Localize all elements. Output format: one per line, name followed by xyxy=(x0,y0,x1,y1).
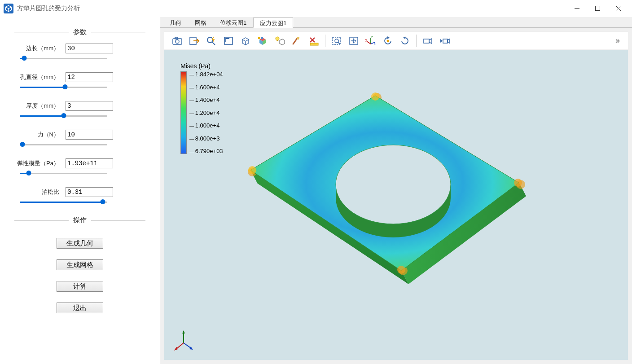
camera-rewind-icon[interactable] xyxy=(437,34,452,48)
param-label: 孔直径（mm） xyxy=(14,73,59,81)
viewport-toolbar: zyx» xyxy=(164,32,628,50)
svg-text:x: x xyxy=(374,42,376,45)
param-row: 力（N） xyxy=(14,130,145,148)
sidebar: 参数 边长（mm）孔直径（mm）厚度（mm）力（N）弹性模量（Pa）泊松比 操作… xyxy=(0,17,160,364)
param-row: 边长（mm） xyxy=(14,44,145,61)
box3d-icon[interactable] xyxy=(238,34,253,48)
param-input[interactable] xyxy=(66,187,113,197)
action-button[interactable]: 生成几何 xyxy=(57,238,103,249)
svg-point-17 xyxy=(335,39,338,43)
params-header: 参数 xyxy=(14,28,145,36)
rotate-right-icon[interactable] xyxy=(397,34,413,48)
svg-point-48 xyxy=(514,179,522,187)
window-title: 方垫片圆孔的受力分析 xyxy=(17,4,80,13)
svg-line-21 xyxy=(367,41,371,44)
action-button[interactable]: 生成网格 xyxy=(57,259,103,270)
param-input[interactable] xyxy=(66,130,113,140)
svg-rect-29 xyxy=(424,39,429,43)
tab[interactable]: 几何 xyxy=(163,17,188,27)
param-input[interactable] xyxy=(66,101,113,111)
param-slider[interactable] xyxy=(20,141,107,148)
legend-colorbar xyxy=(180,71,187,154)
param-label: 弹性模量（Pa） xyxy=(14,159,59,167)
brush-icon[interactable] xyxy=(289,34,304,48)
legend-tick: 1.842e+04 xyxy=(189,71,223,77)
param-row: 泊松比 xyxy=(14,187,145,205)
tab[interactable]: 位移云图1 xyxy=(213,17,253,27)
toolbar-more-icon[interactable]: » xyxy=(615,36,623,45)
svg-rect-14 xyxy=(277,40,278,41)
expand-arrows-icon[interactable] xyxy=(346,34,361,48)
svg-line-18 xyxy=(338,42,340,44)
canvas-wrap: zyx» Mises (Pa) 1.842e+041.600e+41.400e+… xyxy=(164,31,628,360)
x-ruler-icon[interactable] xyxy=(306,34,321,48)
svg-text:y: y xyxy=(365,38,367,42)
camera-side-icon[interactable] xyxy=(420,34,435,48)
action-button[interactable]: 退出 xyxy=(57,303,103,313)
param-slider[interactable] xyxy=(20,199,107,205)
svg-marker-53 xyxy=(174,347,178,351)
legend-title: Mises (Pa) xyxy=(180,62,223,70)
marquee-zoom-icon[interactable] xyxy=(329,34,344,48)
param-slider[interactable] xyxy=(20,55,107,61)
param-slider[interactable] xyxy=(20,84,107,90)
legend-tick: 1.200e+4 xyxy=(189,110,223,116)
titlebar: 方垫片圆孔的受力分析 xyxy=(0,0,632,17)
svg-rect-11 xyxy=(258,37,260,39)
legend-tick: 1.400e+4 xyxy=(189,97,223,103)
main-area: 几何网格位移云图1应力云图1 zyx» Mises (Pa) 1.842e+04… xyxy=(160,17,632,364)
toolbar-separator xyxy=(325,35,325,47)
legend: Mises (Pa) 1.842e+041.600e+41.400e+41.20… xyxy=(180,62,223,154)
camera-icon[interactable] xyxy=(170,34,185,48)
svg-rect-1 xyxy=(595,6,600,11)
param-input[interactable] xyxy=(66,44,113,53)
close-button[interactable] xyxy=(608,0,628,17)
legend-tick: 1.600e+4 xyxy=(189,84,223,90)
actions-header: 操作 xyxy=(14,216,145,224)
viewport[interactable]: Mises (Pa) 1.842e+041.600e+41.400e+41.20… xyxy=(164,50,628,360)
param-row: 厚度（mm） xyxy=(14,101,145,119)
axis-triad xyxy=(172,329,195,352)
param-slider[interactable] xyxy=(20,170,107,176)
svg-marker-33 xyxy=(440,39,443,43)
svg-marker-32 xyxy=(448,39,449,43)
legend-tick: 8.000e+3 xyxy=(189,136,223,141)
maximize-button[interactable] xyxy=(587,0,608,17)
cube-colors-icon[interactable] xyxy=(255,34,270,48)
svg-marker-26 xyxy=(387,36,390,39)
legend-tick: 1.000e+4 xyxy=(189,123,223,128)
fit-corner-icon[interactable] xyxy=(221,34,236,48)
export-icon[interactable] xyxy=(187,34,202,48)
svg-point-5 xyxy=(176,39,179,43)
params-title: 参数 xyxy=(69,28,91,36)
param-slider[interactable] xyxy=(20,113,107,119)
param-label: 力（N） xyxy=(14,131,59,139)
legend-ticks: 1.842e+041.600e+41.400e+41.200e+41.000e+… xyxy=(189,71,223,154)
svg-point-44 xyxy=(336,145,451,224)
zoom-lightning-icon[interactable] xyxy=(204,34,219,48)
svg-point-47 xyxy=(371,92,379,101)
svg-rect-6 xyxy=(175,37,178,39)
param-input[interactable] xyxy=(66,158,113,168)
tab[interactable]: 网格 xyxy=(188,17,213,27)
svg-rect-15 xyxy=(310,43,318,45)
svg-marker-28 xyxy=(403,36,405,39)
param-label: 泊松比 xyxy=(14,188,59,196)
actions-title: 操作 xyxy=(69,216,91,224)
svg-text:z: z xyxy=(371,36,373,39)
svg-point-49 xyxy=(397,266,405,274)
lightbulb-cube-icon[interactable] xyxy=(272,34,287,48)
param-input[interactable] xyxy=(66,72,113,82)
svg-point-46 xyxy=(248,166,256,174)
svg-point-27 xyxy=(387,39,389,42)
svg-marker-51 xyxy=(182,330,185,333)
svg-point-13 xyxy=(276,37,279,40)
tab[interactable]: 应力云图1 xyxy=(253,18,293,28)
minimize-button[interactable] xyxy=(566,0,587,17)
rotate-left-icon[interactable] xyxy=(380,34,395,48)
axes-icon[interactable]: zyx xyxy=(363,34,378,48)
legend-tick: 6.790e+03 xyxy=(189,148,223,154)
action-button[interactable]: 计算 xyxy=(57,281,103,292)
fea-model xyxy=(232,77,537,310)
svg-point-8 xyxy=(207,37,213,43)
